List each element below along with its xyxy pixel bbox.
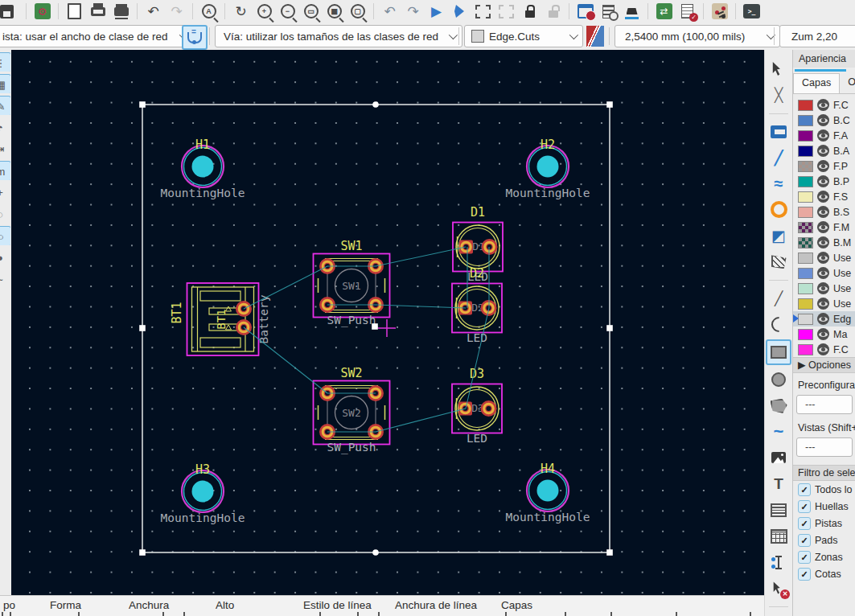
footprint-SW2[interactable]: SW2SW2SW_Push — [314, 366, 390, 454]
layer-row-2[interactable]: F.A — [793, 128, 855, 143]
layer-color-swatch[interactable] — [798, 161, 813, 172]
draw-zone-tool[interactable]: ◩ — [767, 224, 790, 247]
find-button[interactable]: A — [199, 2, 219, 22]
filter-zonas[interactable]: ✓Zonas — [793, 548, 855, 565]
footprint-BT1[interactable]: BT1BT1Battery — [170, 283, 270, 355]
update-pcb-button[interactable]: ⇄ — [654, 2, 674, 22]
layer-color-swatch[interactable] — [798, 283, 813, 294]
layer-color-swatch[interactable] — [798, 207, 813, 218]
zoom-fit-page-button[interactable]: ▭ — [301, 2, 321, 22]
plot-button[interactable] — [111, 2, 131, 22]
group-button[interactable] — [473, 2, 493, 22]
layer-color-swatch[interactable] — [798, 176, 813, 187]
zoom-in-button[interactable]: + — [254, 2, 274, 22]
draw-circle-tool[interactable] — [767, 368, 790, 391]
place-via-tool[interactable] — [767, 199, 790, 221]
visibility-eye-icon[interactable] — [817, 252, 829, 264]
checkbox[interactable]: ✓ — [798, 551, 811, 564]
zoom-fit-objects-button[interactable]: ▦ — [324, 2, 344, 22]
board-drawing[interactable]: H1MountingHoleH2MountingHoleH3MountingHo… — [11, 50, 764, 595]
footprint-D2[interactable]: D2D2LED — [452, 266, 502, 344]
layer-color-swatch[interactable] — [798, 344, 813, 355]
drc-button[interactable] — [677, 2, 697, 22]
presets-select[interactable]: --- — [796, 395, 853, 414]
layer-row-16[interactable]: F.C — [793, 342, 855, 357]
ratsnest-hidden-toggle[interactable]: ◌ — [0, 204, 10, 224]
page-settings-button[interactable] — [64, 2, 84, 22]
visibility-eye-icon[interactable] — [817, 99, 829, 111]
layer-color-swatch[interactable] — [798, 329, 813, 340]
units-mm-toggle[interactable]: m — [0, 161, 10, 180]
zoom-out-button[interactable]: − — [277, 2, 298, 22]
net-inspect-button[interactable] — [709, 2, 730, 22]
rotate-cw-button[interactable]: ↷ — [403, 2, 423, 22]
pad-display-button[interactable] — [622, 2, 642, 22]
polar-coordinates-toggle[interactable]: ◔ — [0, 117, 10, 137]
layer-row-1[interactable]: B.C — [793, 113, 855, 128]
board-setup-button[interactable]: ⚙ — [32, 2, 52, 22]
visibility-eye-icon[interactable] — [817, 206, 829, 218]
layer-color-swatch[interactable] — [798, 191, 813, 203]
visibility-eye-icon[interactable] — [817, 282, 829, 294]
layer-row-15[interactable]: Ma — [793, 326, 855, 342]
selection-handle[interactable] — [372, 549, 379, 556]
unlock-button[interactable] — [543, 2, 563, 22]
highlight-net-tool[interactable]: ╳ — [767, 84, 790, 106]
selection-handle[interactable] — [139, 325, 146, 331]
refresh-button[interactable]: ↻ — [231, 2, 251, 22]
layer-pair-indicator[interactable] — [586, 26, 604, 47]
visibility-eye-icon[interactable] — [817, 175, 829, 187]
track-width-select[interactable]: ista: usar el ancho de clase de red — [0, 25, 193, 47]
layer-row-8[interactable]: F.M — [793, 220, 855, 235]
place-text-tool[interactable]: T — [767, 473, 790, 495]
layer-row-7[interactable]: B.S — [793, 204, 855, 220]
redo-button[interactable]: ↷ — [166, 2, 187, 22]
visibility-eye-icon[interactable] — [817, 160, 829, 172]
select-tool[interactable] — [767, 58, 790, 80]
tune-length-tool[interactable]: ≈ — [767, 173, 790, 195]
pcb-canvas[interactable]: H1MountingHoleH2MountingHoleH3MountingHo… — [11, 50, 764, 595]
draw-arc-tool[interactable] — [767, 314, 790, 336]
layer-color-swatch[interactable] — [798, 298, 813, 310]
mirror-horizontal-button[interactable] — [450, 2, 470, 22]
selection-handle[interactable] — [606, 101, 613, 108]
units-inches-toggle[interactable]: ⇥ — [0, 139, 10, 158]
filter-cotas[interactable]: ✓Cotas — [793, 565, 855, 582]
rule-area-tool[interactable] — [767, 251, 790, 273]
filter-pads[interactable]: ✓Pads — [793, 532, 855, 548]
layer-color-swatch[interactable] — [798, 115, 813, 126]
edit-footprint-button[interactable] — [575, 2, 595, 22]
via-size-select[interactable]: Vía: utilizar los tamaños de las clases … — [215, 25, 462, 47]
save-button[interactable] — [0, 2, 20, 22]
visibility-eye-icon[interactable] — [817, 114, 829, 126]
filter-huellas[interactable]: ✓Huellas — [793, 498, 855, 515]
grid-select[interactable]: 2,5400 mm (100,00 mils) — [615, 25, 780, 47]
search-footprints-button[interactable] — [598, 2, 619, 22]
tab-capas[interactable]: Capas — [793, 73, 840, 93]
visibility-eye-icon[interactable] — [817, 313, 829, 325]
selection-handle[interactable] — [606, 549, 613, 556]
checkbox[interactable]: ✓ — [798, 568, 811, 581]
flip-vertical-button[interactable]: ▶ — [426, 2, 446, 22]
ungroup-button[interactable] — [496, 2, 516, 22]
rotate-ccw-button[interactable]: ↶ — [380, 2, 400, 22]
ratsnest-visible-toggle[interactable]: ○ — [0, 226, 10, 245]
undo-button[interactable]: ↶ — [143, 2, 163, 22]
visibility-eye-icon[interactable] — [817, 298, 829, 310]
selection-handle[interactable] — [139, 549, 146, 556]
visibility-eye-icon[interactable] — [817, 343, 829, 355]
footprint-H1[interactable]: H1MountingHole — [161, 138, 245, 199]
print-button[interactable] — [88, 2, 108, 22]
place-textbox-tool[interactable] — [767, 499, 790, 521]
visibility-eye-icon[interactable] — [817, 267, 829, 279]
layer-row-9[interactable]: B.M — [793, 235, 855, 250]
zoom-selection-button[interactable]: ▢ — [347, 2, 368, 22]
layer-color-swatch[interactable] — [798, 253, 813, 264]
selection-handle[interactable] — [606, 325, 613, 331]
checkbox[interactable]: ✓ — [798, 517, 811, 530]
visibility-eye-icon[interactable] — [817, 328, 829, 340]
place-table-tool[interactable] — [767, 525, 790, 548]
layer-row-3[interactable]: B.A — [793, 143, 855, 158]
place-footprint-tool[interactable] — [767, 121, 790, 143]
layer-row-6[interactable]: F.S — [793, 189, 855, 204]
